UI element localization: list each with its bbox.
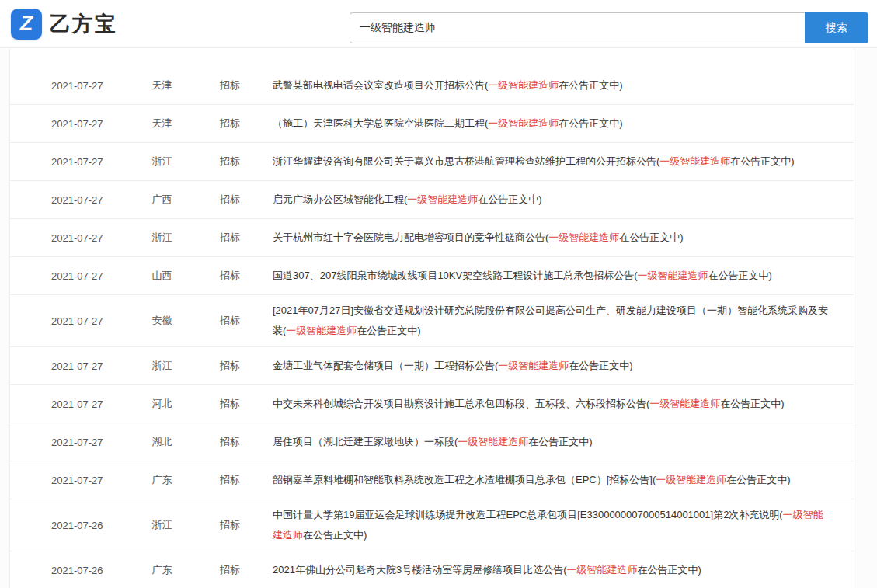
title-suffix: 在公告正文中) [637, 564, 701, 576]
results-list: 2021-07-27 天津 招标 武警某部电视电话会议室改造项目公开招标公告(一… [10, 67, 854, 588]
row-type-badge: 招标 [195, 563, 265, 577]
table-row: 2021-07-27 山西 招标 国道307、207线阳泉市绕城改线项目10KV… [10, 257, 854, 295]
keyword-highlight: 一级智能建造师 [488, 79, 559, 91]
results-panel: 2021-07-27 天津 招标 武警某部电视电话会议室改造项目公开招标公告(一… [9, 48, 854, 588]
title-prefix: 金塘工业气体配套仓储项目（一期）工程招标公告( [273, 360, 498, 371]
row-region: 广西 [129, 193, 195, 207]
title-suffix: 在公告正文中) [559, 117, 622, 129]
table-row: 2021-07-27 天津 招标 武警某部电视电话会议室改造项目公开招标公告(一… [10, 67, 854, 105]
row-date: 2021-07-27 [51, 360, 129, 372]
title-suffix: 在公告正文中) [569, 360, 632, 371]
title-suffix: 在公告正文中) [528, 436, 592, 447]
keyword-highlight: 一级智能建造师 [286, 325, 357, 336]
row-title-link[interactable]: 武警某部电视电话会议室改造项目公开招标公告(一级智能建造师在公告正文中) [265, 75, 832, 96]
row-type-badge: 招标 [195, 435, 265, 449]
table-row: 2021-07-26 广东 招标 2021年佛山分公司魁奇大院3号楼活动室等房屋… [10, 551, 854, 588]
table-row: 2021-07-27 天津 招标 （施工）天津医科大学总医院空港医院二期工程(一… [10, 105, 854, 143]
title-prefix: 启元广场办公区域智能化工程( [273, 193, 407, 205]
title-prefix: 浙江华耀建设咨询有限公司关于嘉兴市思古桥港航管理检查站维护工程的公开招标公告( [273, 155, 659, 167]
row-title-link[interactable]: 2021年佛山分公司魁奇大院3号楼活动室等房屋修缮项目比选公告(一级智能建造师在… [265, 560, 832, 580]
row-date: 2021-07-27 [51, 80, 129, 92]
header: Z 乙方宝 搜索 [0, 0, 877, 48]
brand-name: 乙方宝 [50, 10, 117, 38]
title-prefix: 关于杭州市红十字会医院电力配电增容项目的竞争性磋商公告( [273, 231, 548, 243]
row-title-link[interactable]: 国道307、207线阳泉市绕城改线项目10KV架空线路工程设计施工总承包招标公告… [265, 266, 832, 286]
row-region: 广东 [129, 473, 195, 487]
row-title-link[interactable]: 中交未来科创城综合开发项目勘察设计施工总承包四标段、五标段、六标段招标公告(一级… [265, 394, 832, 414]
row-region: 山西 [129, 269, 195, 283]
row-date: 2021-07-27 [51, 475, 129, 486]
row-date: 2021-07-26 [51, 565, 129, 576]
row-type-badge: 招标 [195, 269, 265, 283]
row-type-badge: 招标 [195, 314, 265, 328]
row-title-link[interactable]: 浙江华耀建设咨询有限公司关于嘉兴市思古桥港航管理检查站维护工程的公开招标公告(一… [265, 151, 832, 172]
row-region: 浙江 [129, 359, 195, 373]
row-type-badge: 招标 [195, 473, 265, 487]
row-type-badge: 招标 [195, 397, 265, 411]
brand-logo-icon: Z [11, 9, 42, 40]
search-button[interactable]: 搜索 [805, 12, 868, 43]
search-bar: 搜索 [350, 12, 868, 43]
row-type-badge: 招标 [195, 359, 265, 373]
row-type-badge: 招标 [195, 231, 265, 245]
row-date: 2021-07-27 [51, 437, 129, 448]
row-title-link[interactable]: 中国计量大学第19届亚运会足球训练场提升改造工程EPC总承包项目[E330000… [265, 505, 832, 545]
title-suffix: 在公告正文中) [619, 231, 683, 243]
row-region: 浙江 [129, 155, 195, 169]
row-region: 河北 [129, 397, 195, 411]
title-prefix: 居住项目（湖北迁建王家墩地块）一标段( [273, 436, 458, 447]
title-suffix: 在公告正文中) [303, 529, 367, 541]
keyword-highlight: 一级智能建造师 [458, 436, 528, 447]
row-region: 天津 [129, 78, 195, 92]
keyword-highlight: 一级智能建造师 [407, 193, 478, 205]
search-input[interactable] [350, 12, 805, 43]
row-title-link[interactable]: 金塘工业气体配套仓储项目（一期）工程招标公告(一级智能建造师在公告正文中) [265, 356, 832, 376]
table-row: 2021-07-27 河北 招标 中交未来科创城综合开发项目勘察设计施工总承包四… [10, 385, 854, 423]
table-row: 2021-07-27 浙江 招标 关于杭州市红十字会医院电力配电增容项目的竞争性… [10, 219, 854, 257]
table-row: 2021-07-27 湖北 招标 居住项目（湖北迁建王家墩地块）一标段(一级智能… [10, 423, 854, 461]
row-region: 浙江 [129, 231, 195, 245]
row-date: 2021-07-27 [51, 270, 129, 282]
row-region: 浙江 [129, 518, 195, 532]
title-prefix: 2021年佛山分公司魁奇大院3号楼活动室等房屋修缮项目比选公告( [273, 564, 566, 576]
keyword-highlight: 一级智能建造师 [498, 360, 569, 371]
row-type-badge: 招标 [195, 518, 265, 532]
title-suffix: 在公告正文中) [478, 193, 541, 205]
title-prefix: （施工）天津医科大学总医院空港医院二期工程( [273, 117, 488, 129]
row-region: 安徽 [129, 314, 195, 328]
title-prefix: 中国计量大学第19届亚运会足球训练场提升改造工程EPC总承包项目[E330000… [273, 509, 783, 520]
title-prefix: 韶钢嘉羊原料堆棚和智能取料系统改造工程之水渣堆棚项目总承包（EPC）[招标公告]… [273, 474, 656, 485]
table-row: 2021-07-26 浙江 招标 中国计量大学第19届亚运会足球训练场提升改造工… [10, 499, 854, 551]
row-title-link[interactable]: （施工）天津医科大学总医院空港医院二期工程(一级智能建造师在公告正文中) [265, 113, 832, 134]
row-title-link[interactable]: [2021年07月27日]安徽省交通规划设计研究总院股份有限公司提高公司生产、研… [265, 301, 832, 341]
title-suffix: 在公告正文中) [708, 270, 772, 281]
row-date: 2021-07-27 [51, 232, 129, 244]
table-row: 2021-07-27 广西 招标 启元广场办公区域智能化工程(一级智能建造师在公… [10, 181, 854, 219]
row-type-badge: 招标 [195, 117, 265, 130]
keyword-highlight: 一级智能建造师 [488, 117, 559, 129]
row-title-link[interactable]: 居住项目（湖北迁建王家墩地块）一标段(一级智能建造师在公告正文中) [265, 432, 832, 452]
keyword-highlight: 一级智能建造师 [638, 270, 708, 281]
title-suffix: 在公告正文中) [730, 155, 794, 167]
title-prefix: 中交未来科创城综合开发项目勘察设计施工总承包四标段、五标段、六标段招标公告( [273, 398, 649, 409]
row-type-badge: 招标 [195, 193, 265, 207]
row-title-link[interactable]: 启元广场办公区域智能化工程(一级智能建造师在公告正文中) [265, 190, 832, 210]
row-region: 湖北 [129, 435, 195, 449]
table-row: 2021-07-27 广东 招标 韶钢嘉羊原料堆棚和智能取料系统改造工程之水渣堆… [10, 461, 854, 499]
row-type-badge: 招标 [195, 155, 265, 169]
row-type-badge: 招标 [195, 78, 265, 92]
row-date: 2021-07-27 [51, 194, 129, 206]
title-suffix: 在公告正文中) [726, 474, 790, 485]
table-row: 2021-07-27 浙江 招标 金塘工业气体配套仓储项目（一期）工程招标公告(… [10, 347, 854, 385]
title-prefix: 国道307、207线阳泉市绕城改线项目10KV架空线路工程设计施工总承包招标公告… [273, 270, 638, 281]
row-title-link[interactable]: 韶钢嘉羊原料堆棚和智能取料系统改造工程之水渣堆棚项目总承包（EPC）[招标公告]… [265, 470, 832, 490]
title-suffix: 在公告正文中) [559, 79, 622, 91]
row-date: 2021-07-27 [51, 156, 129, 168]
table-row: 2021-07-27 安徽 招标 [2021年07月27日]安徽省交通规划设计研… [10, 295, 854, 347]
logo-link[interactable]: Z 乙方宝 [11, 9, 117, 40]
keyword-highlight: 一级智能建造师 [656, 474, 726, 485]
keyword-highlight: 一级智能建造师 [649, 398, 720, 409]
keyword-highlight: 一级智能建造师 [659, 155, 730, 167]
row-date: 2021-07-27 [51, 315, 129, 327]
row-title-link[interactable]: 关于杭州市红十字会医院电力配电增容项目的竞争性磋商公告(一级智能建造师在公告正文… [265, 228, 832, 248]
